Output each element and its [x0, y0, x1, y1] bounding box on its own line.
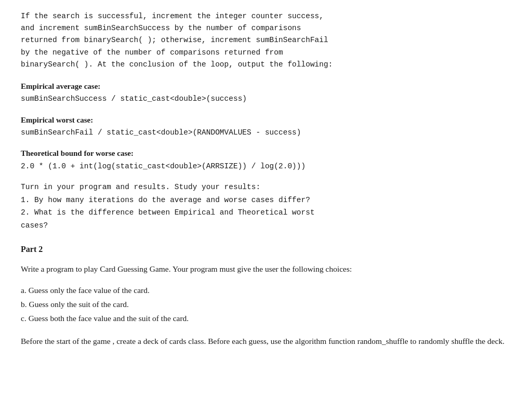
question-2-cont: cases? — [21, 219, 511, 232]
questions-intro: Turn in your program and results. Study … — [21, 181, 511, 194]
empirical-average-code: sumBinSearchSuccess / static_cast<double… — [21, 93, 511, 105]
empirical-worst-code: sumBinSearchFail / static_cast<double>(R… — [21, 127, 511, 139]
empirical-average-label: Empirical average case: — [21, 80, 511, 94]
main-content: If the search is successful, increment t… — [21, 10, 511, 349]
empirical-average-section: Empirical average case: sumBinSearchSucc… — [21, 80, 511, 105]
empirical-worst-label: Empirical worst case: — [21, 114, 511, 127]
questions-block: Turn in your program and results. Study … — [21, 181, 511, 232]
part2-item-b: b. Guess only the suit of the card. — [21, 297, 511, 311]
question-2: 2. What is the difference between Empiri… — [21, 206, 511, 219]
part2-item-a: a. Guess only the face value of the card… — [21, 283, 511, 297]
part2-footer: Before the start of the game , create a … — [21, 335, 511, 348]
empirical-worst-section: Empirical worst case: sumBinSearchFail /… — [21, 114, 511, 139]
theoretical-bound-label: Theoretical bound for worse case: — [21, 147, 511, 161]
part2-item-c: c. Guess both the face value and the sui… — [21, 311, 511, 325]
question-1: 1. By how many iterations do the average… — [21, 194, 511, 207]
part2-description: Write a program to play Card Guessing Ga… — [21, 262, 511, 276]
part2-heading: Part 2 — [21, 245, 511, 254]
theoretical-bound-code: 2.0 * (1.0 + int(log(static_cast<double>… — [21, 161, 511, 172]
intro-paragraph: If the search is successful, increment t… — [21, 10, 511, 71]
theoretical-bound-section: Theoretical bound for worse case: 2.0 * … — [21, 147, 511, 172]
